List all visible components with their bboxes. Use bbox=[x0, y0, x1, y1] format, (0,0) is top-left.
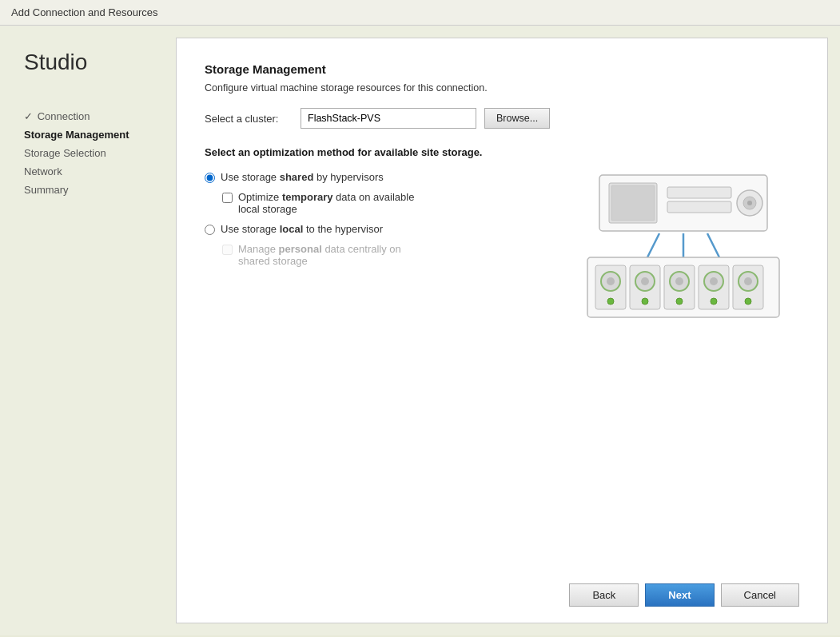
svg-line-10 bbox=[707, 233, 719, 257]
checkbox-personal-label: Manage personal data centrally onshared … bbox=[238, 243, 401, 267]
check-icon: ✓ bbox=[24, 110, 36, 122]
storage-diagram bbox=[575, 171, 791, 323]
cancel-button[interactable]: Cancel bbox=[721, 583, 799, 607]
svg-point-27 bbox=[711, 298, 717, 305]
checkbox-temp-input[interactable] bbox=[222, 193, 233, 203]
checkbox-temp-option[interactable]: Optimize temporary data on availableloca… bbox=[222, 191, 551, 215]
section-title: Storage Management bbox=[205, 62, 799, 76]
title-bar-text: Add Connection and Resources bbox=[11, 6, 158, 18]
svg-point-19 bbox=[642, 298, 648, 305]
checkbox-personal-option[interactable]: Manage personal data centrally onshared … bbox=[222, 243, 551, 267]
diagram-area bbox=[567, 171, 799, 323]
svg-point-26 bbox=[710, 277, 718, 285]
svg-point-15 bbox=[607, 298, 614, 305]
svg-point-31 bbox=[745, 298, 751, 305]
cluster-input[interactable] bbox=[301, 108, 476, 129]
radio-local-option[interactable]: Use storage local to the hypervisor bbox=[205, 223, 551, 235]
radio-local-label: Use storage local to the hypervisor bbox=[221, 223, 383, 235]
cluster-label: Select a cluster: bbox=[205, 113, 293, 125]
radio-shared-option[interactable]: Use storage shared by hypervisors bbox=[205, 171, 551, 183]
sidebar-title: Studio bbox=[24, 50, 160, 75]
browse-button[interactable]: Browse... bbox=[484, 108, 550, 129]
svg-point-30 bbox=[744, 277, 752, 285]
nav-list: ✓ Connection Storage Management Storage … bbox=[24, 107, 160, 199]
sidebar-item-storage-management[interactable]: Storage Management bbox=[24, 125, 160, 144]
footer-buttons: Back Next Cancel bbox=[205, 575, 799, 607]
sidebar-item-summary[interactable]: Summary bbox=[24, 181, 160, 199]
checkbox-personal-input[interactable] bbox=[222, 245, 233, 255]
svg-point-7 bbox=[747, 201, 752, 205]
main-container: Studio ✓ Connection Storage Management S… bbox=[0, 26, 840, 635]
sidebar-item-connection[interactable]: ✓ Connection bbox=[24, 107, 160, 125]
svg-point-18 bbox=[641, 277, 649, 285]
optimization-label: Select an optimization method for availa… bbox=[205, 146, 799, 158]
radio-shared-input[interactable] bbox=[205, 173, 215, 183]
options-diagram-row: Use storage shared by hypervisors Optimi… bbox=[205, 171, 799, 323]
cluster-row: Select a cluster: Browse... bbox=[205, 108, 799, 129]
sidebar-item-network[interactable]: Network bbox=[24, 162, 160, 181]
sidebar-item-storage-selection[interactable]: Storage Selection bbox=[24, 144, 160, 162]
radio-shared-label: Use storage shared by hypervisors bbox=[221, 171, 384, 183]
svg-point-14 bbox=[607, 277, 615, 285]
section-desc: Configure virtual machine storage resour… bbox=[205, 82, 799, 94]
content-area: Storage Management Configure virtual mac… bbox=[176, 38, 828, 623]
back-button[interactable]: Back bbox=[569, 583, 639, 607]
svg-point-22 bbox=[675, 277, 683, 285]
next-button[interactable]: Next bbox=[645, 583, 714, 607]
radio-local-input[interactable] bbox=[205, 225, 215, 235]
svg-rect-3 bbox=[667, 187, 731, 198]
sidebar: Studio ✓ Connection Storage Management S… bbox=[0, 26, 176, 635]
title-bar: Add Connection and Resources bbox=[0, 0, 840, 26]
options-col: Use storage shared by hypervisors Optimi… bbox=[205, 171, 551, 323]
checkbox-temp-label: Optimize temporary data on availableloca… bbox=[238, 191, 414, 215]
svg-point-23 bbox=[676, 298, 683, 305]
svg-line-8 bbox=[647, 233, 659, 257]
svg-rect-4 bbox=[667, 201, 731, 213]
svg-rect-2 bbox=[611, 185, 655, 221]
